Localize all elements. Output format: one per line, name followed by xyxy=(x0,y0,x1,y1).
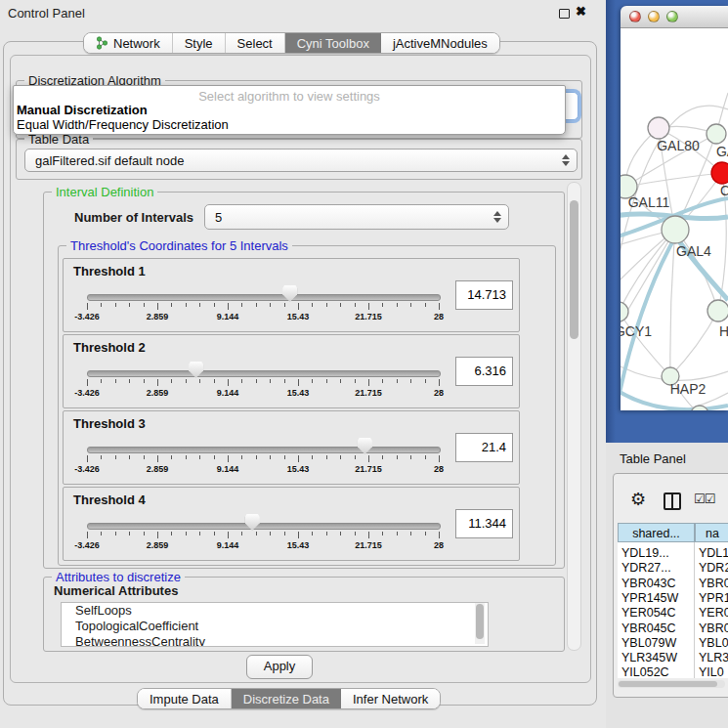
spinner-arrows-icon xyxy=(493,211,501,223)
minor-tick xyxy=(410,303,411,307)
table-cell[interactable]: YBR0 xyxy=(699,577,728,591)
network-node-gcy1[interactable] xyxy=(621,302,628,321)
minor-tick xyxy=(312,379,313,383)
slider-track[interactable] xyxy=(87,523,441,530)
attributes-scrollbar-thumb[interactable] xyxy=(476,604,484,639)
numerical-attributes-list[interactable]: SelfLoopsTopologicalCoefficientBetweenne… xyxy=(61,602,489,647)
network-node-gal4[interactable] xyxy=(662,216,689,243)
table-cell[interactable]: YPR145W xyxy=(621,591,698,606)
tab-select[interactable]: Select xyxy=(226,33,285,53)
minor-tick xyxy=(144,455,145,459)
zoom-window-icon[interactable] xyxy=(666,11,678,22)
minor-tick xyxy=(186,303,187,307)
num-intervals-combobox[interactable]: 5 xyxy=(204,204,509,230)
minor-tick xyxy=(425,303,426,307)
slider-track[interactable] xyxy=(87,447,441,453)
tab-discretize-data[interactable]: Discretize Data xyxy=(232,689,341,708)
table-cell[interactable]: YDR2 xyxy=(699,561,728,576)
settings-scrollbar[interactable] xyxy=(567,182,581,651)
attribute-list-item[interactable]: BetweennessCentrality xyxy=(62,634,488,647)
network-edge[interactable] xyxy=(670,230,675,376)
network-node-c[interactable] xyxy=(711,162,728,184)
network-node-h[interactable] xyxy=(707,300,728,321)
column-header-shared-name[interactable]: shared... xyxy=(618,523,695,542)
table-hscrollbar[interactable] xyxy=(618,680,725,688)
table-cell[interactable]: YPR1 xyxy=(699,591,728,606)
threshold-value-field[interactable]: 6.316 xyxy=(455,357,513,386)
network-edge[interactable] xyxy=(625,173,722,187)
dropdown-item-equal-width[interactable]: Equal Width/Frequency Discretization xyxy=(17,117,229,132)
table-cell[interactable]: YBR0 xyxy=(699,621,728,636)
table-cell[interactable]: YER054C xyxy=(621,606,698,621)
network-edge[interactable] xyxy=(621,230,675,332)
select-columns-checkboxes-icon[interactable]: ☑☑ xyxy=(694,492,714,506)
slider-track[interactable] xyxy=(87,294,441,301)
tab-impute-data[interactable]: Impute Data xyxy=(138,689,232,708)
table-cell[interactable]: YER0 xyxy=(699,606,728,621)
minor-tick xyxy=(199,532,200,535)
table-cell[interactable]: YBR043C xyxy=(621,577,698,591)
minor-tick xyxy=(144,379,145,383)
threshold-value-field[interactable]: 14.713 xyxy=(455,280,513,310)
major-tick xyxy=(87,532,88,538)
network-node-label: GAL80 xyxy=(657,138,700,153)
threshold-label: Threshold 4 xyxy=(73,492,146,507)
attribute-list-item[interactable]: SelfLoops xyxy=(62,603,488,619)
table-hscrollbar-thumb[interactable] xyxy=(619,681,717,687)
table-cell[interactable]: YLR345W xyxy=(621,651,698,665)
minor-tick xyxy=(326,303,327,307)
minor-tick xyxy=(256,379,257,383)
settings-scrollbar-thumb[interactable] xyxy=(570,200,578,339)
dropdown-prompt: Select algorithm to view settings xyxy=(14,89,565,104)
table-cell[interactable]: YBR045C xyxy=(621,621,698,636)
threshold-value-field[interactable]: 11.344 xyxy=(455,509,513,538)
tab-jactivemnodules[interactable]: jActiveMNodules xyxy=(381,33,499,53)
attributes-group-label: Attributes to discretize xyxy=(52,570,185,584)
major-tick xyxy=(368,455,369,462)
minor-tick xyxy=(284,303,285,307)
minor-tick xyxy=(214,455,215,459)
attribute-list-item[interactable]: TopologicalCoefficient xyxy=(62,619,488,634)
thresholds-group-label: Threshold's Coordinates for 5 Intervals xyxy=(66,238,292,253)
column-header-name[interactable]: na xyxy=(695,523,728,542)
network-canvas[interactable]: GAL80GACGAL11GAL4GCY1HHAP2 xyxy=(621,28,728,410)
float-panel-icon[interactable] xyxy=(559,9,570,19)
close-window-icon[interactable] xyxy=(629,11,641,22)
minor-tick xyxy=(340,455,341,459)
threshold-value-field[interactable]: 21.4 xyxy=(455,433,513,462)
table-cell[interactable]: YIL052C xyxy=(621,665,698,678)
table-cell[interactable]: YLR3 xyxy=(699,651,728,665)
table-cell[interactable]: YDL1 xyxy=(699,546,728,561)
network-edge[interactable] xyxy=(621,312,670,376)
close-panel-icon[interactable]: ✖ xyxy=(576,4,586,19)
minimize-window-icon[interactable] xyxy=(648,11,660,22)
network-node-ga[interactable] xyxy=(707,124,726,144)
table-data-combobox[interactable]: galFiltered.sif default node xyxy=(24,149,578,172)
tab-network[interactable]: Network xyxy=(84,33,173,53)
minor-tick xyxy=(425,455,426,459)
table-cell[interactable]: YDL19... xyxy=(621,546,698,561)
table-settings-gear-icon[interactable]: ⚙ xyxy=(630,489,646,510)
table-cell[interactable]: YDR27... xyxy=(621,561,698,576)
tab-infer-network[interactable]: Infer Network xyxy=(341,689,440,708)
dropdown-item-manual[interactable]: Manual Discretization xyxy=(17,103,148,117)
table-cell[interactable]: YBL0 xyxy=(699,636,728,651)
tick-label: 2.859 xyxy=(128,388,187,398)
minor-tick xyxy=(214,303,215,307)
tick-label: 21.715 xyxy=(339,312,398,321)
network-node[interactable] xyxy=(691,406,708,410)
attributes-scrollbar[interactable] xyxy=(475,603,485,644)
node-attribute-table[interactable]: shared...naYDL19...YDL1YDR27...YDR2YBR04… xyxy=(618,523,728,678)
tab-cyni-toolbox[interactable]: Cyni Toolbox xyxy=(285,33,381,53)
network-view-window[interactable]: GAL80GACGAL11GAL4GCY1HHAP2 xyxy=(621,6,728,410)
table-cell[interactable]: YIL0 xyxy=(699,665,728,678)
table-cell[interactable]: YBL079W xyxy=(621,636,698,651)
network-node-gal80[interactable] xyxy=(648,117,669,139)
apply-button[interactable]: Apply xyxy=(246,655,313,679)
network-window-titlebar[interactable] xyxy=(621,6,728,28)
tab-style[interactable]: Style xyxy=(173,33,226,53)
show-columns-icon[interactable] xyxy=(664,492,681,510)
network-edge[interactable] xyxy=(670,311,718,376)
tick-label: 15.43 xyxy=(269,464,327,474)
slider-track[interactable] xyxy=(87,370,441,377)
